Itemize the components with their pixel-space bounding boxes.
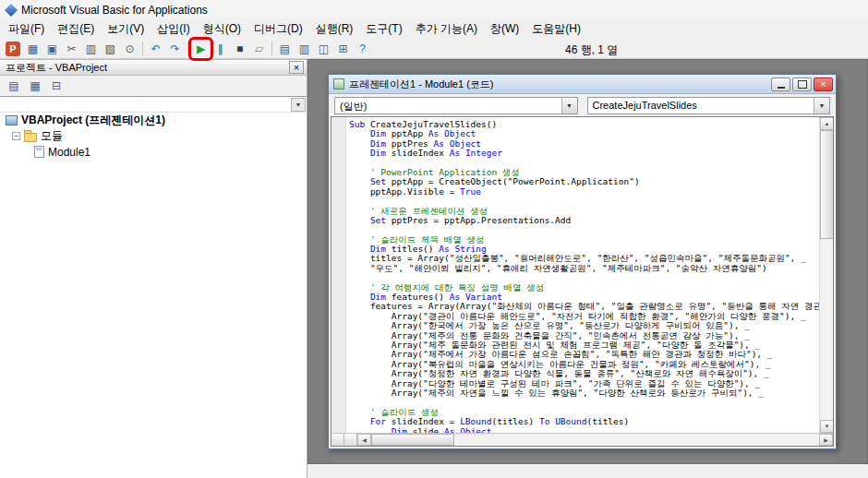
scroll-up-icon[interactable]: ▲	[820, 117, 834, 130]
minimize-button[interactable]	[771, 78, 790, 91]
tree-scroll-strip: ▼	[0, 97, 307, 113]
menu-item[interactable]: 디버그(D)	[247, 18, 309, 40]
code-line: Set pptPres = pptApp.Presentations.Add	[349, 216, 819, 225]
help-icon[interactable]: ?	[354, 41, 371, 57]
tree-item-label: Module1	[48, 146, 90, 159]
cursor-position-status: 46 행, 1 열	[565, 42, 618, 58]
vba-main-window: Microsoft Visual Basic for Applications …	[0, 0, 868, 478]
toolbar-separator	[187, 42, 188, 56]
chevron-down-icon[interactable]: ▼	[291, 98, 306, 112]
tree-item-label: VBAProject (프레젠테이션1)	[21, 113, 165, 128]
view-object-icon[interactable]: ▦	[26, 78, 44, 94]
object-browser-icon[interactable]: ◫	[315, 41, 332, 57]
code-window: 프레젠테이션1 - Module1 (코드) × (일반) ▼	[328, 74, 837, 449]
view-code-icon[interactable]: ▤	[5, 78, 23, 94]
vertical-scrollbar[interactable]: ▲ ▼	[819, 117, 833, 433]
project-explorer-panel: 프로젝트 - VBAProject × ▤▦⊟ ▼ VBAProject (프레…	[0, 59, 307, 478]
project-tree[interactable]: ▼ VBAProject (프레젠테이션1) − 모듈 Module1	[0, 96, 307, 478]
tree-item-label: 모듈	[41, 128, 63, 144]
mdi-workspace: 프레젠테이션1 - Module1 (코드) × (일반) ▼	[307, 59, 868, 478]
project-panel-header: 프로젝트 - VBAProject ×	[0, 59, 307, 76]
object-dropdown[interactable]: (일반) ▼	[334, 97, 578, 114]
procedure-dropdown[interactable]: CreateJejuTravelSlides ▼	[587, 97, 831, 114]
cut-icon[interactable]: ✂	[63, 41, 80, 57]
full-module-view-button[interactable]	[344, 434, 357, 446]
break-icon[interactable]: ∥	[211, 41, 229, 57]
copy-icon[interactable]: ▥	[82, 41, 100, 57]
toggle-folders-icon[interactable]: ⊟	[47, 78, 66, 94]
procedure-dropdown-value: CreateJejuTravelSlides	[588, 98, 814, 114]
find-icon[interactable]: ⊙	[121, 41, 139, 57]
scrollbar-track[interactable]	[454, 434, 819, 446]
host-powerpoint-icon[interactable]: P	[6, 42, 20, 56]
menu-item[interactable]: 형식(O)	[197, 18, 247, 40]
redo-icon[interactable]: ↷	[166, 41, 184, 57]
module-icon	[34, 146, 44, 158]
code-editor[interactable]: Sub CreateJejuTravelSlides() Dim pptApp …	[346, 117, 819, 433]
vba-app-icon	[5, 3, 18, 16]
tree-item-module1[interactable]: Module1	[0, 144, 307, 160]
code-line: "우도", "해얀이뫼 빌리지", "휴애리 자연생활공원", "제주테마파크"…	[349, 264, 819, 273]
maximize-button[interactable]	[792, 78, 812, 91]
menu-item[interactable]: 실행(R)	[309, 18, 360, 40]
paste-icon[interactable]: ▧	[102, 41, 119, 57]
menu-item[interactable]: 창(W)	[484, 18, 525, 40]
object-dropdown-value: (일반)	[335, 98, 561, 114]
scroll-down-icon[interactable]: ▼	[820, 420, 834, 433]
save-icon[interactable]: ▣	[43, 41, 61, 57]
app-titlebar: Microsoft Visual Basic for Applications	[0, 0, 868, 19]
scrollbar-thumb[interactable]	[820, 130, 834, 239]
main-area: 프로젝트 - VBAProject × ▤▦⊟ ▼ VBAProject (프레…	[0, 59, 868, 478]
run-icon[interactable]: ▶	[192, 41, 210, 57]
menu-bar: 파일(F)편집(E)보기(V)삽입(I)형식(O)디버그(D)실행(R)도구(T…	[0, 19, 868, 39]
project-panel-toolbar: ▤▦⊟	[0, 76, 307, 96]
app-title: Microsoft Visual Basic for Applications	[21, 4, 208, 17]
code-window-titlebar[interactable]: 프레젠테이션1 - Module1 (코드) ×	[329, 75, 836, 94]
menu-item[interactable]: 파일(F)	[2, 18, 51, 40]
tree-item-vbaproject[interactable]: VBAProject (프레젠테이션1)	[0, 113, 307, 128]
code-window-bottom-bar: ◀ ▶	[331, 433, 834, 447]
code-line: pptApp.Visible = True	[349, 187, 819, 197]
undo-icon[interactable]: ↶	[147, 41, 164, 57]
code-line: Array("제주의 자연을 느낄 수 있는 휴양림", "다양한 산책로와 등…	[349, 388, 819, 398]
collapse-icon[interactable]: −	[12, 132, 20, 140]
design-mode-icon[interactable]: ▱	[250, 41, 268, 57]
project-panel-close-button[interactable]: ×	[289, 61, 304, 74]
scrollbar-thumb[interactable]	[371, 434, 454, 446]
toolbox-icon[interactable]: ⊞	[334, 41, 352, 57]
code-pane: Sub CreateJejuTravelSlides() Dim pptApp …	[331, 116, 834, 433]
scroll-left-icon[interactable]: ◀	[357, 434, 371, 446]
margin-indicator-bar	[332, 117, 346, 433]
toolbar-separator	[142, 42, 143, 56]
standard-toolbar: P▦▣✂▥▧⊙↶↷▶∥■▱▤▥◫⊞?46 행, 1 열	[0, 39, 868, 59]
menu-item[interactable]: 편집(E)	[51, 18, 101, 40]
mdi-background: 프레젠테이션1 - Module1 (코드) × (일반) ▼	[307, 59, 868, 464]
horizontal-scrollbar[interactable]: ◀ ▶	[357, 434, 833, 446]
project-explorer-icon[interactable]: ▤	[276, 41, 294, 57]
project-panel-title: 프로젝트 - VBAProject	[6, 61, 107, 75]
code-window-title: 프레젠테이션1 - Module1 (코드)	[349, 78, 766, 91]
properties-window-icon[interactable]: ▥	[295, 41, 313, 57]
window-controls: ×	[771, 78, 833, 91]
folder-icon	[24, 133, 37, 142]
reset-icon[interactable]: ■	[231, 41, 248, 57]
close-button[interactable]: ×	[814, 78, 833, 91]
toolbar-separator	[271, 42, 272, 56]
project-icon	[6, 115, 18, 125]
procedure-view-button[interactable]	[332, 434, 344, 446]
insert-userform-icon[interactable]: ▦	[24, 41, 42, 57]
chevron-down-icon[interactable]: ▼	[561, 98, 577, 114]
code-window-combos: (일반) ▼ CreateJejuTravelSlides ▼	[329, 94, 836, 116]
menu-item[interactable]: 추가 기능(A)	[409, 18, 484, 40]
code-window-icon	[333, 78, 344, 90]
code-line: Dim slideIndex As Integer	[349, 149, 819, 158]
menu-item[interactable]: 삽입(I)	[151, 18, 196, 40]
menu-item[interactable]: 도구(T)	[359, 18, 408, 40]
scroll-right-icon[interactable]: ▶	[819, 434, 833, 446]
tree-item-modules-folder[interactable]: − 모듈	[0, 128, 307, 144]
menu-item[interactable]: 도움말(H)	[525, 18, 587, 40]
menu-item[interactable]: 보기(V)	[101, 18, 151, 40]
chevron-down-icon[interactable]: ▼	[814, 98, 829, 114]
